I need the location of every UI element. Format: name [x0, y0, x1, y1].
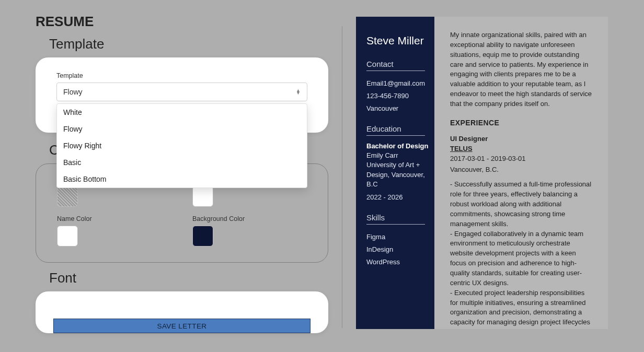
- preview-main: My innate organizational skills, paired …: [434, 17, 608, 329]
- text-color-swatch[interactable]: [57, 186, 78, 207]
- preview-name: Steve Miller: [366, 34, 429, 47]
- template-option-basic-bottom[interactable]: Basic Bottom: [57, 171, 307, 187]
- job-title: UI Designer: [450, 134, 592, 144]
- page-title: RESUME: [36, 14, 328, 30]
- experience-heading: EXPERIENCE: [450, 118, 592, 128]
- edu-degree: Bachelor of Design: [366, 142, 429, 150]
- job-location: Vancouver, B.C.: [450, 165, 592, 175]
- font-section-heading: Font: [49, 270, 328, 286]
- resume-preview: Steve Miller Contact Email1@gmail.com 12…: [356, 17, 608, 329]
- contact-phone: 123-456-7890: [366, 90, 429, 102]
- template-select[interactable]: Flowy ▲▼: [56, 83, 307, 101]
- template-option-flowy-right[interactable]: Flowy Right: [57, 137, 307, 154]
- template-option-white[interactable]: White: [57, 104, 307, 121]
- job-company: TELUS: [450, 144, 592, 154]
- contact-city: Vancouver: [366, 102, 429, 115]
- name-color-label: Name Color: [57, 215, 171, 222]
- summary-text: My innate organizational skills, paired …: [450, 30, 592, 109]
- job-desc: - Successfully assumed a full-time profe…: [450, 180, 592, 329]
- background-color-swatch[interactable]: [192, 226, 213, 247]
- background-color-label: Background Color: [192, 215, 307, 222]
- contact-rule: [366, 71, 425, 71]
- name-color-swatch[interactable]: [57, 226, 78, 247]
- template-card: Template Flowy ▲▼ White Flowy Flowy Righ…: [36, 57, 328, 133]
- contact-email: Email1@gmail.com: [366, 77, 429, 90]
- vertical-divider: [342, 26, 342, 328]
- skill-item: WordPress: [366, 256, 429, 268]
- edu-dates: 2022 - 2026: [366, 191, 429, 204]
- skill-item: InDesign: [366, 243, 429, 256]
- template-section-heading: Template: [49, 36, 328, 52]
- chevron-updown-icon: ▲▼: [296, 89, 301, 95]
- template-option-flowy[interactable]: Flowy: [57, 121, 307, 137]
- save-letter-button[interactable]: SAVE LETTER: [53, 319, 310, 333]
- skill-item: Figma: [366, 231, 429, 243]
- template-dropdown: White Flowy Flowy Right Basic Basic Bott…: [56, 103, 307, 188]
- skills-rule: [366, 224, 425, 225]
- edu-school: Emily Carr University of Art + Design, V…: [366, 151, 429, 189]
- template-option-basic[interactable]: Basic: [57, 154, 307, 171]
- template-field-label: Template: [56, 72, 307, 79]
- title-color-swatch[interactable]: [192, 186, 213, 207]
- job-dates: 2017-03-01 - 2019-03-01: [450, 154, 592, 164]
- contact-heading: Contact: [366, 60, 429, 68]
- education-rule: [366, 135, 425, 136]
- education-heading: Education: [366, 124, 429, 133]
- skills-heading: Skills: [366, 213, 429, 222]
- template-select-value: Flowy: [63, 88, 83, 96]
- preview-sidebar: Steve Miller Contact Email1@gmail.com 12…: [356, 17, 434, 329]
